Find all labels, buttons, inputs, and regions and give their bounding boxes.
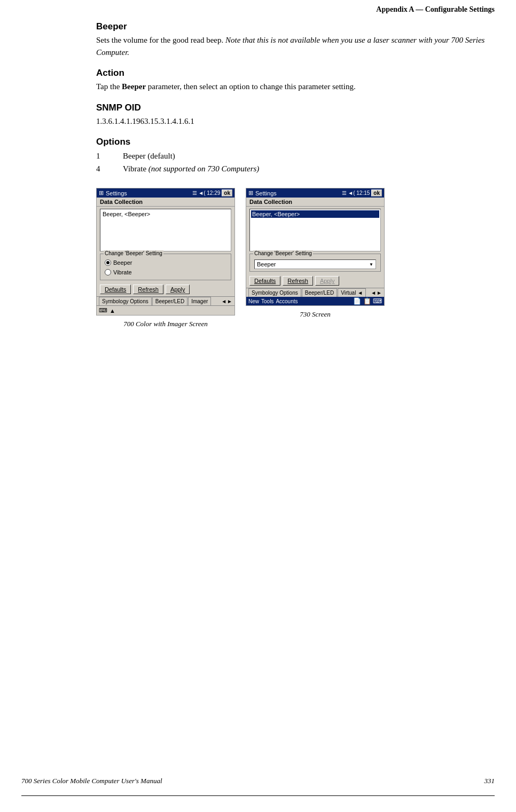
tab-virtual-right[interactable]: Virtual ◄ [338, 288, 366, 297]
tab-prev-left[interactable]: ◄ [221, 298, 226, 304]
wince-screen-right: ⊞ Settings ☰ ◄( 12:15 ok Data Collection… [246, 188, 385, 306]
apply-button-left[interactable]: Apply [166, 285, 190, 294]
footer-content: 700 Series Color Mobile Computer User's … [0, 777, 516, 785]
footer: 700 Series Color Mobile Computer User's … [0, 795, 516, 796]
refresh-button-right[interactable]: Refresh [283, 276, 313, 286]
footer-right: 331 [484, 777, 495, 785]
tab-next-left[interactable]: ► [227, 298, 232, 304]
taskbar-accounts[interactable]: Accounts [276, 298, 298, 304]
groupbox-right: Change 'Beeper' Setting Beeper ▼ [249, 254, 381, 272]
ok-button-left[interactable]: ok [222, 190, 232, 196]
defaults-button-left[interactable]: Defaults [100, 285, 131, 294]
button-row-right: Defaults Refresh Apply [246, 274, 384, 288]
tab-imager-left[interactable]: Imager [188, 297, 211, 305]
refresh-button-left[interactable]: Refresh [133, 285, 163, 294]
tab-beeper-led-right[interactable]: Beeper/LED [302, 288, 337, 297]
tab-next-right[interactable]: ► [377, 290, 382, 296]
tab-beeper-led-left[interactable]: Beeper/LED [152, 297, 187, 305]
listbox-left: Beeper, <Beeper> [100, 209, 231, 251]
radio-vibrate[interactable]: Vibrate [105, 269, 226, 275]
snmp-title: SNMP OID [96, 103, 495, 113]
keyboard-icon-left[interactable]: ⌨ [99, 307, 107, 314]
status-icons-right: ☰ ◄( 12:15 [342, 190, 370, 196]
apply-button-right: Apply [315, 276, 340, 286]
titlebar-right: ⊞ Settings ☰ ◄( 12:15 ok [246, 188, 384, 198]
titlebar-left: ⊞ Settings ☰ ◄( 12:29 ok [97, 188, 234, 198]
snmp-section: SNMP OID 1.3.6.1.4.1.1963.15.3.1.4.1.6.1 [96, 103, 495, 128]
taskbar-new[interactable]: New [248, 298, 259, 304]
listbox-item-left: Beeper, <Beeper> [101, 210, 230, 218]
screenshot-right: ⊞ Settings ☰ ◄( 12:15 ok Data Collection… [246, 188, 385, 328]
radio-label-beeper: Beeper [113, 259, 132, 266]
defaults-button-right[interactable]: Defaults [249, 276, 280, 286]
status-icons-left: ☰ ◄( 12:29 [192, 190, 221, 196]
window-icon-left: ⊞ [99, 190, 104, 196]
wince-screen-left: ⊞ Settings ☰ ◄( 12:29 ok Data Collection… [96, 188, 235, 316]
option-item-1: 1 Beeper (default) [96, 149, 495, 162]
option-item-4: 4 Vibrate (not supported on 730 Computer… [96, 162, 495, 175]
tabbar-left: Symbology Options Beeper/LED Imager ◄ ► [97, 296, 234, 305]
beeper-body: Sets the volume for the good read beep. … [96, 34, 495, 58]
tab-arrows-left: ◄ ► [221, 297, 232, 305]
footer-left: 700 Series Color Mobile Computer User's … [21, 777, 162, 785]
window-icon-right: ⊞ [248, 190, 253, 196]
expand-icon-left: ▲ [110, 308, 115, 314]
action-title: Action [96, 68, 495, 78]
caption-right: 730 Screen [300, 310, 331, 319]
taskbar-tools[interactable]: Tools [261, 298, 273, 304]
screenshot-left: ⊞ Settings ☰ ◄( 12:29 ok Data Collection… [96, 188, 235, 328]
listbox-item-right: Beeper, <Beeper> [251, 210, 379, 218]
page-content: Beeper Sets the volume for the good read… [96, 21, 495, 337]
tab-prev-right[interactable]: ◄ [371, 290, 376, 296]
snmp-value: 1.3.6.1.4.1.1963.15.3.1.4.1.6.1 [96, 115, 495, 128]
listbox-right: Beeper, <Beeper> [249, 209, 381, 251]
action-body: Tap the Beeper parameter, then select an… [96, 81, 495, 93]
radio-circle-beeper [105, 259, 111, 266]
radio-circle-vibrate [105, 269, 111, 275]
tabbar-right: Symbology Options Beeper/LED Virtual ◄ ◄… [246, 288, 384, 297]
taskbar-right: New Tools Accounts 📄 📋 ⌨ [246, 297, 384, 305]
dropdown-value-right: Beeper [257, 261, 276, 267]
options-list: 1 Beeper (default) 4 Vibrate (not suppor… [96, 149, 495, 175]
dropdown-arrow-right: ▼ [369, 262, 373, 267]
section-label-right: Data Collection [246, 198, 384, 207]
header-text: Appendix A — Configurable Settings [376, 5, 495, 13]
section-label-left: Data Collection [97, 198, 234, 207]
page-header: Appendix A — Configurable Settings [376, 5, 495, 14]
tab-arrows-right: ◄ ► [371, 288, 382, 297]
window-title-right: Settings [255, 190, 277, 196]
screenshots-container: ⊞ Settings ☰ ◄( 12:29 ok Data Collection… [96, 188, 495, 328]
groupbox-title-left: Change 'Beeper' Setting [104, 250, 163, 256]
radio-label-vibrate: Vibrate [113, 269, 132, 275]
ok-button-right[interactable]: ok [371, 190, 382, 196]
window-title-left: Settings [106, 190, 127, 196]
tab-symbology-right[interactable]: Symbology Options [248, 288, 301, 297]
dropdown-right[interactable]: Beeper ▼ [254, 259, 376, 269]
taskbar-icons: 📄 📋 ⌨ [353, 297, 382, 305]
groupbox-left: Change 'Beeper' Setting Beeper Vibrate [100, 254, 231, 280]
radio-beeper[interactable]: Beeper [105, 259, 226, 266]
button-row-left: Defaults Refresh Apply [97, 282, 234, 296]
caption-left: 700 Color with Imager Screen [123, 320, 208, 328]
beeper-title: Beeper [96, 21, 495, 32]
tab-symbology-left[interactable]: Symbology Options [99, 297, 152, 305]
groupbox-title-right: Change 'Beeper' Setting [253, 250, 313, 256]
bottombar-left: ⌨ ▲ [97, 305, 234, 315]
options-title: Options [96, 137, 495, 147]
